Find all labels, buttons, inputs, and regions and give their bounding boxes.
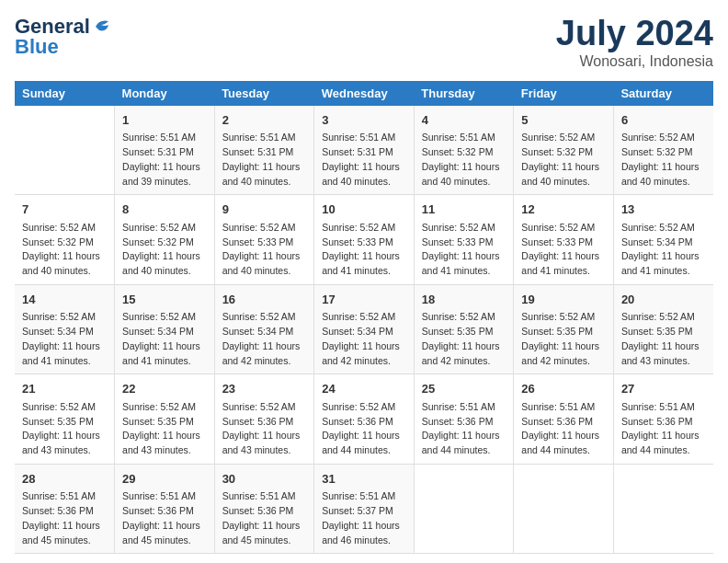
day-number: 15 bbox=[122, 291, 207, 309]
cell-info: Sunrise: 5:52 AMSunset: 5:34 PMDaylight:… bbox=[222, 310, 307, 368]
weekday-header-row: SundayMondayTuesdayWednesdayThursdayFrid… bbox=[15, 81, 713, 106]
day-number: 26 bbox=[521, 380, 606, 398]
calendar-cell: 9Sunrise: 5:52 AMSunset: 5:33 PMDaylight… bbox=[214, 195, 314, 285]
calendar-cell: 7Sunrise: 5:52 AMSunset: 5:32 PMDaylight… bbox=[15, 195, 115, 285]
calendar-cell: 25Sunrise: 5:51 AMSunset: 5:36 PMDayligh… bbox=[414, 374, 514, 465]
day-number: 20 bbox=[621, 291, 706, 309]
cell-info: Sunrise: 5:52 AMSunset: 5:32 PMDaylight:… bbox=[22, 221, 107, 279]
day-number: 18 bbox=[422, 291, 506, 309]
day-number: 27 bbox=[621, 380, 706, 398]
day-number: 17 bbox=[322, 291, 406, 309]
calendar-cell: 27Sunrise: 5:51 AMSunset: 5:36 PMDayligh… bbox=[613, 374, 713, 465]
day-number: 23 bbox=[222, 380, 307, 398]
calendar-table: SundayMondayTuesdayWednesdayThursdayFrid… bbox=[15, 81, 713, 555]
cell-info: Sunrise: 5:52 AMSunset: 5:34 PMDaylight:… bbox=[122, 310, 207, 368]
day-number: 28 bbox=[22, 470, 107, 488]
calendar-week-row: 28Sunrise: 5:51 AMSunset: 5:36 PMDayligh… bbox=[15, 464, 713, 554]
day-number: 10 bbox=[322, 201, 406, 219]
cell-info: Sunrise: 5:52 AMSunset: 5:36 PMDaylight:… bbox=[222, 400, 307, 458]
cell-info: Sunrise: 5:51 AMSunset: 5:32 PMDaylight:… bbox=[422, 131, 506, 189]
cell-info: Sunrise: 5:51 AMSunset: 5:36 PMDaylight:… bbox=[422, 400, 506, 458]
calendar-cell: 21Sunrise: 5:52 AMSunset: 5:35 PMDayligh… bbox=[15, 374, 115, 465]
calendar-cell bbox=[613, 464, 713, 554]
calendar-cell: 10Sunrise: 5:52 AMSunset: 5:33 PMDayligh… bbox=[314, 195, 415, 285]
calendar-cell bbox=[15, 106, 115, 195]
calendar-cell: 26Sunrise: 5:51 AMSunset: 5:36 PMDayligh… bbox=[514, 374, 614, 465]
day-number: 31 bbox=[322, 470, 406, 488]
page-header: General Blue July 2024 Wonosari, Indones… bbox=[15, 15, 713, 70]
cell-info: Sunrise: 5:52 AMSunset: 5:33 PMDaylight:… bbox=[222, 221, 307, 279]
cell-info: Sunrise: 5:52 AMSunset: 5:34 PMDaylight:… bbox=[322, 310, 406, 368]
day-number: 2 bbox=[222, 111, 307, 130]
weekday-header-saturday: Saturday bbox=[613, 81, 713, 106]
cell-info: Sunrise: 5:52 AMSunset: 5:33 PMDaylight:… bbox=[322, 221, 406, 279]
calendar-week-row: 1Sunrise: 5:51 AMSunset: 5:31 PMDaylight… bbox=[15, 106, 713, 195]
weekday-header-monday: Monday bbox=[115, 81, 215, 106]
calendar-cell: 1Sunrise: 5:51 AMSunset: 5:31 PMDaylight… bbox=[115, 106, 215, 195]
cell-info: Sunrise: 5:52 AMSunset: 5:35 PMDaylight:… bbox=[521, 310, 606, 368]
calendar-cell bbox=[514, 464, 614, 554]
calendar-cell: 4Sunrise: 5:51 AMSunset: 5:32 PMDaylight… bbox=[414, 106, 514, 195]
cell-info: Sunrise: 5:52 AMSunset: 5:36 PMDaylight:… bbox=[322, 400, 406, 458]
calendar-cell: 29Sunrise: 5:51 AMSunset: 5:36 PMDayligh… bbox=[115, 464, 215, 554]
cell-info: Sunrise: 5:51 AMSunset: 5:31 PMDaylight:… bbox=[122, 131, 207, 189]
cell-info: Sunrise: 5:51 AMSunset: 5:36 PMDaylight:… bbox=[621, 400, 706, 458]
calendar-cell: 15Sunrise: 5:52 AMSunset: 5:34 PMDayligh… bbox=[115, 284, 215, 374]
cell-info: Sunrise: 5:52 AMSunset: 5:35 PMDaylight:… bbox=[621, 310, 706, 368]
day-number: 24 bbox=[322, 380, 406, 398]
cell-info: Sunrise: 5:51 AMSunset: 5:36 PMDaylight:… bbox=[22, 489, 107, 547]
month-title: July 2024 bbox=[556, 15, 713, 53]
location-subtitle: Wonosari, Indonesia bbox=[556, 53, 713, 70]
calendar-cell: 2Sunrise: 5:51 AMSunset: 5:31 PMDaylight… bbox=[214, 106, 314, 195]
cell-info: Sunrise: 5:51 AMSunset: 5:36 PMDaylight:… bbox=[122, 489, 207, 547]
day-number: 3 bbox=[322, 111, 406, 130]
cell-info: Sunrise: 5:51 AMSunset: 5:36 PMDaylight:… bbox=[222, 489, 307, 547]
cell-info: Sunrise: 5:52 AMSunset: 5:34 PMDaylight:… bbox=[22, 310, 107, 368]
day-number: 13 bbox=[621, 201, 706, 219]
weekday-header-thursday: Thursday bbox=[414, 81, 514, 106]
day-number: 14 bbox=[22, 291, 107, 309]
calendar-cell: 17Sunrise: 5:52 AMSunset: 5:34 PMDayligh… bbox=[314, 284, 415, 374]
weekday-header-tuesday: Tuesday bbox=[214, 81, 314, 106]
calendar-cell: 13Sunrise: 5:52 AMSunset: 5:34 PMDayligh… bbox=[613, 195, 713, 285]
calendar-cell: 11Sunrise: 5:52 AMSunset: 5:33 PMDayligh… bbox=[414, 195, 514, 285]
calendar-cell: 16Sunrise: 5:52 AMSunset: 5:34 PMDayligh… bbox=[214, 284, 314, 374]
day-number: 1 bbox=[122, 111, 207, 130]
weekday-header-friday: Friday bbox=[514, 81, 614, 106]
logo-blue-text: Blue bbox=[15, 35, 59, 59]
day-number: 30 bbox=[222, 470, 307, 488]
day-number: 9 bbox=[222, 201, 307, 219]
calendar-cell: 6Sunrise: 5:52 AMSunset: 5:32 PMDaylight… bbox=[613, 106, 713, 195]
cell-info: Sunrise: 5:52 AMSunset: 5:32 PMDaylight:… bbox=[621, 131, 706, 189]
calendar-week-row: 14Sunrise: 5:52 AMSunset: 5:34 PMDayligh… bbox=[15, 284, 713, 374]
title-block: July 2024 Wonosari, Indonesia bbox=[556, 15, 713, 70]
day-number: 5 bbox=[521, 111, 606, 130]
logo-bird-icon bbox=[92, 17, 112, 36]
day-number: 16 bbox=[222, 291, 307, 309]
cell-info: Sunrise: 5:52 AMSunset: 5:35 PMDaylight:… bbox=[22, 400, 107, 458]
calendar-cell: 28Sunrise: 5:51 AMSunset: 5:36 PMDayligh… bbox=[15, 464, 115, 554]
day-number: 12 bbox=[521, 201, 606, 219]
cell-info: Sunrise: 5:52 AMSunset: 5:33 PMDaylight:… bbox=[422, 221, 506, 279]
day-number: 6 bbox=[621, 111, 706, 130]
cell-info: Sunrise: 5:52 AMSunset: 5:35 PMDaylight:… bbox=[422, 310, 506, 368]
cell-info: Sunrise: 5:52 AMSunset: 5:32 PMDaylight:… bbox=[521, 131, 606, 189]
cell-info: Sunrise: 5:51 AMSunset: 5:31 PMDaylight:… bbox=[222, 131, 307, 189]
cell-info: Sunrise: 5:52 AMSunset: 5:32 PMDaylight:… bbox=[122, 221, 207, 279]
calendar-cell: 5Sunrise: 5:52 AMSunset: 5:32 PMDaylight… bbox=[514, 106, 614, 195]
calendar-cell: 14Sunrise: 5:52 AMSunset: 5:34 PMDayligh… bbox=[15, 284, 115, 374]
calendar-cell: 30Sunrise: 5:51 AMSunset: 5:36 PMDayligh… bbox=[214, 464, 314, 554]
day-number: 7 bbox=[22, 201, 107, 219]
weekday-header-sunday: Sunday bbox=[15, 81, 115, 106]
calendar-cell: 20Sunrise: 5:52 AMSunset: 5:35 PMDayligh… bbox=[613, 284, 713, 374]
calendar-cell: 18Sunrise: 5:52 AMSunset: 5:35 PMDayligh… bbox=[414, 284, 514, 374]
calendar-cell: 23Sunrise: 5:52 AMSunset: 5:36 PMDayligh… bbox=[214, 374, 314, 465]
calendar-cell: 22Sunrise: 5:52 AMSunset: 5:35 PMDayligh… bbox=[115, 374, 215, 465]
logo: General Blue bbox=[15, 15, 112, 59]
calendar-cell: 3Sunrise: 5:51 AMSunset: 5:31 PMDaylight… bbox=[314, 106, 415, 195]
day-number: 4 bbox=[422, 111, 506, 130]
day-number: 8 bbox=[122, 201, 207, 219]
cell-info: Sunrise: 5:51 AMSunset: 5:36 PMDaylight:… bbox=[521, 400, 606, 458]
calendar-cell: 19Sunrise: 5:52 AMSunset: 5:35 PMDayligh… bbox=[514, 284, 614, 374]
day-number: 22 bbox=[122, 380, 207, 398]
